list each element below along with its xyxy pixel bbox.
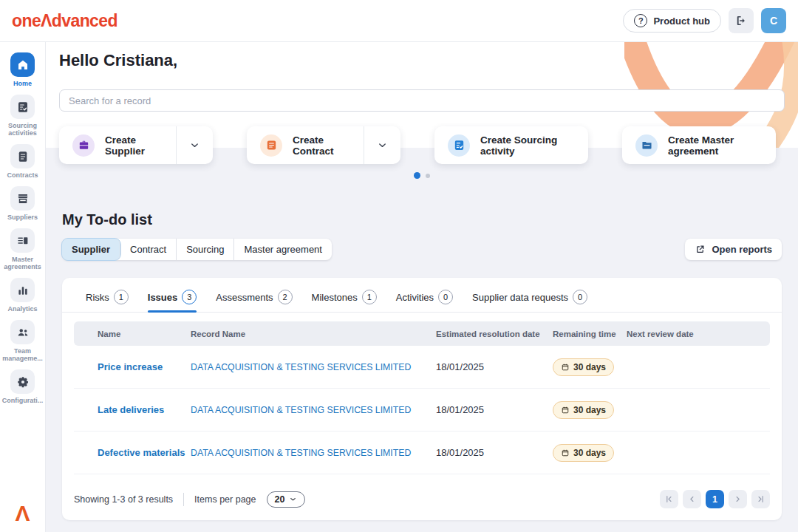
resolution-date: 18/01/2025 xyxy=(436,447,553,458)
create-supplier-dropdown[interactable] xyxy=(176,126,213,164)
last-page-button[interactable] xyxy=(751,490,770,508)
resolution-date: 18/01/2025 xyxy=(436,404,553,415)
remaining-time-label: 30 days xyxy=(573,362,606,372)
caret-down-icon xyxy=(289,495,297,503)
calendar-icon xyxy=(561,363,570,372)
tab-assessments[interactable]: Assessments 2 xyxy=(216,290,292,312)
create-contract-button[interactable]: Create Contract xyxy=(247,134,364,157)
oneadvanced-logo[interactable]: oneΛdvanced xyxy=(12,11,117,31)
tab-label: Supplier data requests xyxy=(472,292,568,303)
last-page-icon xyxy=(756,494,765,504)
sidebar-item-label: Suppliers xyxy=(7,214,38,221)
tab-sourcing[interactable]: Sourcing xyxy=(177,239,234,260)
tab-issues[interactable]: Issues 3 xyxy=(148,290,197,312)
card-label: Create Supplier xyxy=(105,134,176,157)
carousel-dots xyxy=(46,172,798,179)
tab-milestones[interactable]: Milestones 1 xyxy=(312,290,377,312)
sourcing-activities-icon xyxy=(10,95,35,119)
create-sourcing-activity-button[interactable]: Create Sourcing activity xyxy=(434,134,588,157)
create-master-agreement-button[interactable]: Create Master agreement xyxy=(622,134,776,157)
showing-results-text: Showing 1-3 of 3 results xyxy=(74,494,173,505)
chevron-right-icon xyxy=(733,494,743,504)
chevron-down-icon xyxy=(377,140,388,151)
quick-action-cards: Create Supplier Create Contract xyxy=(59,126,776,164)
chevron-left-icon xyxy=(687,494,697,504)
search-input[interactable] xyxy=(59,89,785,112)
remaining-time-label: 30 days xyxy=(573,405,606,415)
sidebar-item-home[interactable]: Home xyxy=(1,52,45,87)
sidebar-item-configuration[interactable]: Configurati... xyxy=(1,369,45,404)
create-supplier-button[interactable]: Create Supplier xyxy=(59,134,176,157)
suppliers-icon xyxy=(10,186,35,211)
todo-tabs-row: Supplier Contract Sourcing Master agreem… xyxy=(62,239,782,260)
first-page-button[interactable] xyxy=(660,490,678,508)
open-reports-button[interactable]: Open reports xyxy=(685,239,782,260)
sidebar-item-label: Master agreements xyxy=(1,256,45,270)
avatar[interactable]: C xyxy=(761,8,786,33)
sidebar-item-label: Team manageme... xyxy=(1,347,45,362)
contracts-icon xyxy=(10,144,35,168)
previous-page-button[interactable] xyxy=(683,490,701,508)
sign-out-button[interactable] xyxy=(729,8,754,33)
table-row: Price increase DATA ACQUISITION & TESTIN… xyxy=(74,346,770,389)
sidebar-item-analytics[interactable]: Analytics xyxy=(1,278,45,313)
count-badge: 0 xyxy=(573,290,587,304)
tab-supplier[interactable]: Supplier xyxy=(62,239,120,260)
results-summary: Showing 1-3 of 3 results Items per page … xyxy=(74,491,305,508)
calendar-icon xyxy=(561,449,570,457)
table-footer: Showing 1-3 of 3 results Items per page … xyxy=(62,490,782,520)
header-actions: ? Product hub C xyxy=(623,8,786,33)
sidebar-item-master-agreements[interactable]: Master agreements xyxy=(1,228,45,270)
sidebar-item-label: Contracts xyxy=(7,171,38,179)
record-name-link[interactable]: DATA ACQUISITION & TESTING SERVICES LIMI… xyxy=(191,362,436,372)
count-badge: 0 xyxy=(438,290,453,304)
main-content: Hello Cristiana, Create Supplier xyxy=(46,42,798,532)
issue-name-link[interactable]: Defective materials xyxy=(98,447,191,458)
analytics-icon xyxy=(10,278,35,302)
tab-activities[interactable]: Activities 0 xyxy=(396,290,453,312)
chevron-down-icon xyxy=(189,140,200,151)
carousel-dot-active[interactable] xyxy=(414,172,420,179)
page-title: Hello Cristiana, xyxy=(59,51,177,70)
sidebar-item-team-management[interactable]: Team manageme... xyxy=(1,320,45,362)
tab-risks[interactable]: Risks 1 xyxy=(86,290,129,312)
record-name-link[interactable]: DATA ACQUISITION & TESTING SERVICES LIMI… xyxy=(191,448,436,458)
tab-contract[interactable]: Contract xyxy=(120,239,177,260)
tab-master-agreement[interactable]: Master agreement xyxy=(234,239,332,260)
sign-out-icon xyxy=(734,14,748,27)
issue-name-link[interactable]: Price increase xyxy=(98,361,191,372)
create-contract-dropdown[interactable] xyxy=(364,126,400,164)
card-label: Create Master agreement xyxy=(668,134,776,157)
tab-supplier-data-requests[interactable]: Supplier data requests 0 xyxy=(472,290,587,312)
product-hub-label: Product hub xyxy=(653,16,710,27)
column-header-record-name: Record Name xyxy=(191,330,436,338)
sidebar-item-contracts[interactable]: Contracts xyxy=(1,144,45,179)
product-hub-button[interactable]: ? Product hub xyxy=(623,9,721,33)
tab-label: Milestones xyxy=(312,292,358,303)
divider xyxy=(183,493,184,506)
remaining-time-badge: 30 days xyxy=(553,401,614,419)
card-label: Create Sourcing activity xyxy=(480,134,588,157)
advanced-logo-mark: Λ xyxy=(15,502,30,525)
table-header: Name Record Name Estimated resolution da… xyxy=(74,321,770,346)
issue-name-link[interactable]: Late deliveries xyxy=(98,404,191,415)
page-number-button[interactable]: 1 xyxy=(706,490,724,508)
remaining-time-label: 30 days xyxy=(573,448,606,458)
items-per-page-select[interactable]: 20 xyxy=(267,491,306,508)
top-header: oneΛdvanced ? Product hub C xyxy=(0,0,798,42)
first-page-icon xyxy=(664,494,674,504)
sidebar-item-suppliers[interactable]: Suppliers xyxy=(1,186,45,221)
tab-label: Risks xyxy=(86,292,109,303)
resolution-date: 18/01/2025 xyxy=(436,361,553,372)
next-page-button[interactable] xyxy=(729,490,747,508)
remaining-time-badge: 30 days xyxy=(553,358,614,376)
tab-label: Assessments xyxy=(216,292,273,303)
briefcase-icon xyxy=(72,134,95,157)
create-contract-card: Create Contract xyxy=(247,126,400,164)
sidebar-item-sourcing-activities[interactable]: Sourcing activities xyxy=(1,95,45,137)
column-header-remaining-time: Remaining time xyxy=(553,330,627,338)
record-name-link[interactable]: DATA ACQUISITION & TESTING SERVICES LIMI… xyxy=(191,405,436,415)
carousel-dot[interactable] xyxy=(426,174,430,178)
sidebar-item-label: Configurati... xyxy=(2,397,44,404)
items-per-page-label: Items per page xyxy=(194,494,256,505)
